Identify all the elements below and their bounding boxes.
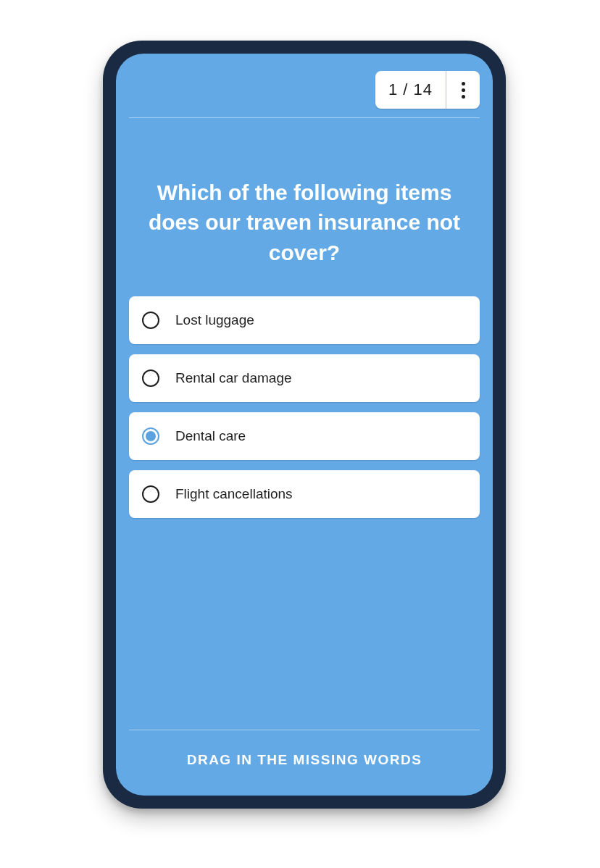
- option-rental-car-damage[interactable]: Rental car damage: [129, 354, 480, 402]
- radio-icon: [142, 370, 159, 387]
- footer-area: DRAG IN THE MISSING WORDS: [116, 730, 493, 796]
- header-row: 1 / 14: [116, 54, 493, 113]
- radio-icon: [142, 485, 159, 503]
- question-container: Which of the following items does our tr…: [116, 118, 493, 292]
- option-flight-cancellations[interactable]: Flight cancellations: [129, 470, 480, 518]
- option-label: Flight cancellations: [175, 486, 293, 502]
- overflow-menu-button[interactable]: [446, 71, 480, 109]
- option-dental-care[interactable]: Dental care: [129, 412, 480, 460]
- option-label: Lost luggage: [175, 312, 254, 328]
- app-screen: 1 / 14 Which of the following items does…: [116, 54, 493, 796]
- kebab-icon: [462, 82, 465, 99]
- option-lost-luggage[interactable]: Lost luggage: [129, 296, 480, 344]
- footer-hint[interactable]: DRAG IN THE MISSING WORDS: [129, 752, 480, 768]
- divider-bottom: [129, 730, 480, 730]
- progress-chip: 1 / 14: [375, 71, 480, 109]
- progress-indicator: 1 / 14: [375, 80, 446, 99]
- option-label: Dental care: [175, 428, 246, 444]
- option-label: Rental car damage: [175, 370, 292, 386]
- stage: 1 / 14 Which of the following items does…: [0, 0, 600, 868]
- options-list: Lost luggage Rental car damage Dental ca…: [116, 292, 493, 518]
- radio-icon: [142, 312, 159, 329]
- question-text: Which of the following items does our tr…: [141, 178, 468, 267]
- radio-icon-selected: [142, 427, 159, 445]
- phone-frame: 1 / 14 Which of the following items does…: [103, 41, 506, 809]
